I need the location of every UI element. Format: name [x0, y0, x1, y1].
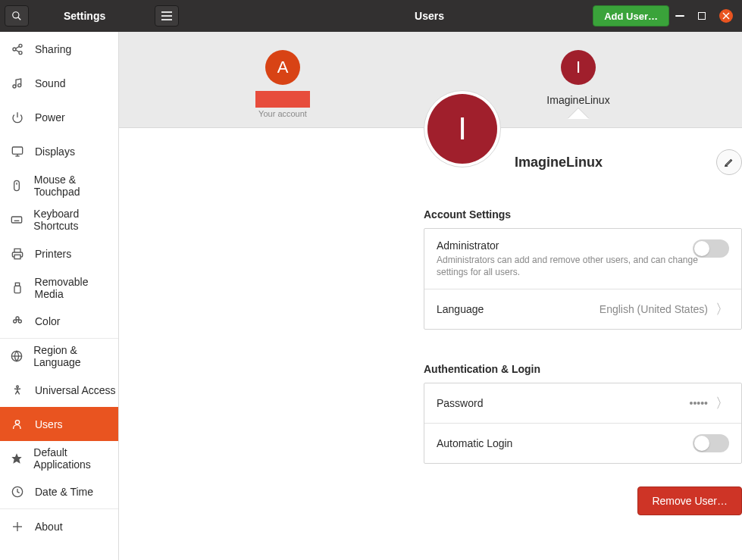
- account-subtext: Your account: [258, 109, 307, 118]
- svg-rect-15: [12, 147, 22, 154]
- svg-rect-4: [161, 19, 172, 20]
- auth-login-section: Authentication & Login Password ••••• 〉 …: [424, 330, 742, 464]
- sidebar-item-label: Default Applications: [33, 446, 118, 471]
- svg-point-0: [13, 12, 19, 18]
- sidebar-item-label: Removable Media: [35, 276, 118, 300]
- maximize-button[interactable]: [698, 12, 706, 20]
- sidebar-item-displays[interactable]: Displays: [0, 134, 118, 168]
- plus-icon: [11, 520, 24, 533]
- sidebar-item-power[interactable]: Power: [0, 100, 118, 134]
- sidebar-item-users[interactable]: Users: [0, 407, 118, 441]
- svg-point-7: [19, 44, 22, 47]
- sidebar-item-label: About: [35, 521, 63, 533]
- titlebar-center: Users Add User…: [183, 0, 675, 32]
- user-icon: [11, 418, 24, 431]
- selected-indicator-icon: [568, 108, 589, 119]
- keyboard-icon: [11, 213, 23, 227]
- mouse-icon: [11, 179, 23, 192]
- remove-user-button[interactable]: Remove User…: [637, 486, 742, 515]
- sidebar-item-label: Users: [35, 418, 63, 430]
- username-redacted-bar: [255, 91, 310, 108]
- svg-line-10: [16, 46, 20, 48]
- sidebar-item-label: Color: [35, 315, 60, 327]
- sidebar-item-color[interactable]: Color: [0, 305, 118, 339]
- language-row[interactable]: Language English (United States) 〉: [424, 289, 741, 329]
- minimize-icon: [675, 15, 684, 17]
- remove-user-label: Remove User…: [652, 495, 728, 507]
- sidebar-item-sound[interactable]: Sound: [0, 66, 118, 100]
- sidebar-item-sharing[interactable]: Sharing: [0, 32, 118, 66]
- pencil-icon: [724, 157, 734, 167]
- sidebar-item-printers[interactable]: Printers: [0, 236, 118, 271]
- chevron-right-icon: 〉: [715, 300, 729, 318]
- minimize-button[interactable]: [675, 15, 684, 17]
- auth-login-card: Password ••••• 〉 Automatic Login: [424, 383, 742, 464]
- printer-icon: [11, 247, 24, 261]
- sidebar-item-label: Printers: [35, 248, 71, 260]
- row-description: Administrators can add and remove other …: [437, 255, 729, 278]
- menu-button[interactable]: [155, 5, 179, 27]
- star-icon: [11, 452, 23, 465]
- search-icon: [11, 11, 22, 21]
- sidebar-item-label: Keyboard Shortcuts: [33, 208, 118, 232]
- add-user-button[interactable]: Add User…: [593, 5, 669, 27]
- sidebar-item-region-language[interactable]: Region & Language: [0, 339, 118, 373]
- sidebar-item-date-time[interactable]: Date & Time: [0, 475, 118, 509]
- sidebar-item-default-applications[interactable]: Default Applications: [0, 441, 118, 475]
- sidebar-item-label: Universal Access: [35, 384, 116, 396]
- user-chip-name: ImagineLinux: [546, 94, 609, 106]
- svg-point-30: [18, 320, 21, 323]
- main-content: A Your account I ImagineLinux I ImagineL: [119, 32, 742, 560]
- row-label: Administrator: [437, 239, 499, 252]
- automatic-login-toggle[interactable]: [693, 434, 729, 452]
- remove-user-row: Remove User…: [424, 486, 742, 515]
- sidebar-item-label: Mouse & Touchpad: [34, 174, 118, 198]
- sidebar-item-universal-access[interactable]: Universal Access: [0, 373, 118, 407]
- row-label: Language: [437, 303, 484, 315]
- music-icon: [11, 77, 24, 90]
- avatar-initial: A: [277, 58, 289, 77]
- close-button[interactable]: [719, 9, 733, 23]
- svg-point-8: [13, 48, 16, 51]
- svg-marker-36: [12, 453, 22, 463]
- maximize-icon: [698, 12, 706, 20]
- account-settings-section: Account Settings Administrator Administr…: [424, 175, 742, 330]
- avatar-large-button[interactable]: I: [424, 90, 501, 167]
- globe-icon: [11, 349, 23, 363]
- administrator-toggle[interactable]: [693, 239, 729, 258]
- profile-name: ImagineLinux: [515, 155, 603, 171]
- edit-name-button[interactable]: [716, 149, 742, 175]
- sidebar-item-mouse-touchpad[interactable]: Mouse & Touchpad: [0, 168, 118, 202]
- chevron-right-icon: 〉: [715, 394, 729, 412]
- user-chip-imaginelinux[interactable]: I ImagineLinux: [529, 50, 628, 118]
- svg-rect-2: [161, 11, 172, 13]
- palette-icon: [11, 314, 24, 328]
- sidebar-item-label: Sharing: [35, 43, 71, 55]
- password-row[interactable]: Password ••••• 〉: [424, 383, 741, 424]
- svg-point-12: [13, 85, 16, 88]
- avatar-large: I: [427, 94, 497, 164]
- hamburger-icon: [161, 11, 172, 20]
- sidebar-item-removable-media[interactable]: Removable Media: [0, 271, 118, 305]
- sidebar-item-label: Date & Time: [35, 486, 93, 498]
- share-icon: [11, 42, 24, 56]
- window-controls: [675, 9, 742, 23]
- row-label: Password: [437, 397, 483, 409]
- sidebar-item-label: Displays: [35, 145, 75, 158]
- section-title: Authentication & Login: [424, 363, 742, 375]
- profile-header: I ImagineLinux: [424, 128, 742, 175]
- sidebar: Sharing Sound Power Displays Mouse & Tou…: [0, 32, 119, 560]
- svg-rect-26: [14, 255, 20, 258]
- svg-point-29: [14, 320, 17, 323]
- page-title: Users: [415, 10, 444, 22]
- administrator-row: Administrator Administrators can add and…: [424, 229, 741, 289]
- svg-line-11: [16, 50, 20, 52]
- sidebar-item-about[interactable]: About: [0, 509, 118, 543]
- avatar: I: [561, 50, 596, 85]
- sidebar-item-keyboard-shortcuts[interactable]: Keyboard Shortcuts: [0, 202, 118, 236]
- account-settings-card: Administrator Administrators can add and…: [424, 228, 742, 330]
- search-button[interactable]: [5, 5, 29, 27]
- user-chip-your-account[interactable]: A Your account: [233, 50, 332, 118]
- clock-icon: [11, 485, 24, 499]
- svg-line-1: [18, 17, 21, 20]
